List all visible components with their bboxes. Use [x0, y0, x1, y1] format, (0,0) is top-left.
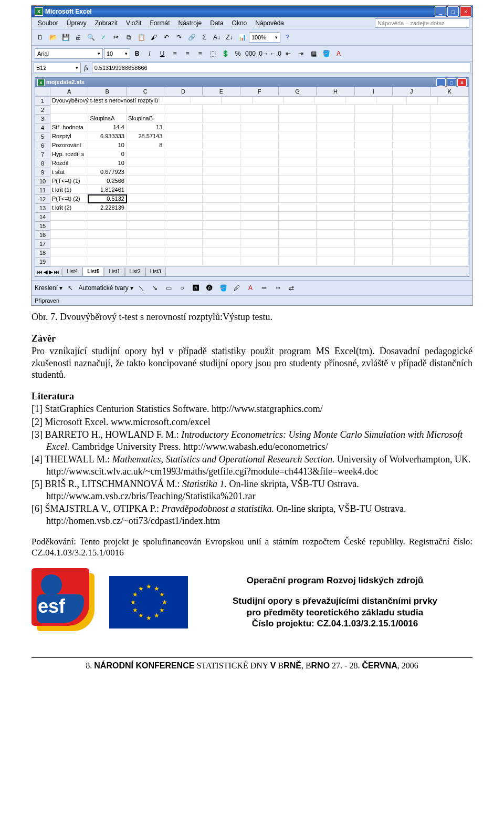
cell[interactable]: [355, 204, 393, 212]
cell[interactable]: [88, 213, 126, 221]
cell[interactable]: [127, 204, 164, 212]
cell[interactable]: [127, 249, 164, 256]
cell[interactable]: [393, 106, 430, 114]
select-icon[interactable]: ↖: [65, 282, 76, 294]
sort-desc-icon[interactable]: Z↓: [224, 32, 235, 43]
rectangle-icon[interactable]: ▭: [163, 282, 174, 294]
cell[interactable]: [164, 213, 202, 221]
col-header-K[interactable]: K: [431, 87, 469, 96]
cell[interactable]: [431, 257, 469, 265]
cell[interactable]: [88, 231, 126, 239]
cell[interactable]: [240, 141, 278, 149]
col-header-J[interactable]: J: [393, 87, 430, 96]
col-header-B[interactable]: B: [88, 87, 126, 96]
autoshapes-menu[interactable]: Automatické tvary ▾: [78, 284, 133, 292]
cell[interactable]: [88, 249, 126, 256]
italic-icon[interactable]: I: [144, 48, 155, 59]
cell[interactable]: [164, 240, 202, 248]
cell[interactable]: [240, 159, 278, 167]
row-header[interactable]: 16: [35, 231, 50, 240]
cell[interactable]: [240, 257, 278, 265]
decrease-decimal-icon[interactable]: ←.0: [270, 48, 281, 59]
cell[interactable]: 10: [88, 159, 126, 167]
cell[interactable]: [431, 204, 469, 212]
cell[interactable]: [50, 222, 88, 230]
cell[interactable]: [160, 97, 191, 105]
cell[interactable]: [355, 257, 393, 265]
cell[interactable]: [317, 213, 354, 221]
cell[interactable]: [240, 106, 278, 114]
spreadsheet-grid[interactable]: 1Dvouvýběrový t-test s nerovností rozpty…: [35, 97, 469, 266]
open-icon[interactable]: 📂: [47, 32, 59, 43]
cell[interactable]: [355, 168, 393, 176]
cell[interactable]: [355, 186, 393, 194]
cell[interactable]: [345, 97, 376, 105]
arrow-style-icon[interactable]: ⇄: [286, 282, 297, 294]
cell[interactable]: [279, 186, 317, 194]
decr-indent-icon[interactable]: ⇤: [282, 48, 294, 59]
cell[interactable]: Rozptyl: [50, 132, 88, 140]
cell[interactable]: [393, 186, 430, 194]
cell[interactable]: [393, 115, 430, 122]
cell[interactable]: [164, 204, 202, 212]
line-style-icon[interactable]: ═: [258, 282, 270, 294]
cell[interactable]: [50, 106, 88, 114]
formula-bar[interactable]: 0.513199988658666: [92, 63, 470, 73]
cell[interactable]: t krit (2): [50, 204, 88, 212]
cell[interactable]: [317, 186, 354, 194]
cell[interactable]: [164, 249, 202, 256]
save-icon[interactable]: 💾: [60, 32, 71, 43]
cell[interactable]: [127, 257, 164, 265]
cell[interactable]: [203, 141, 240, 149]
col-header-A[interactable]: A: [50, 87, 88, 96]
cell[interactable]: [431, 177, 469, 185]
cell[interactable]: [88, 222, 126, 230]
cell[interactable]: 13: [127, 123, 164, 131]
cell[interactable]: [164, 231, 202, 239]
cell[interactable]: [355, 150, 393, 158]
format-painter-icon[interactable]: 🖌: [148, 32, 160, 43]
close-button[interactable]: ×: [460, 6, 471, 17]
cell[interactable]: 0.2566: [88, 177, 126, 185]
font-color-icon[interactable]: A: [333, 48, 344, 59]
cell[interactable]: [355, 222, 393, 230]
cell[interactable]: [393, 204, 430, 212]
cell[interactable]: [88, 106, 126, 114]
cell[interactable]: [279, 168, 317, 176]
dash-style-icon[interactable]: ┅: [272, 282, 284, 294]
spellcheck-icon[interactable]: ✓: [98, 32, 109, 43]
cell[interactable]: [191, 97, 222, 105]
cell[interactable]: [164, 186, 202, 194]
cell[interactable]: [431, 186, 469, 194]
cell[interactable]: [431, 168, 469, 176]
cell[interactable]: [355, 159, 393, 167]
sheet-nav-last-icon[interactable]: ⏭: [54, 269, 59, 275]
increase-decimal-icon[interactable]: .0→: [257, 48, 269, 59]
cell[interactable]: [393, 213, 430, 221]
cell[interactable]: [279, 159, 317, 167]
sheet-nav-prev-icon[interactable]: ◀: [44, 269, 48, 275]
menu-vložit[interactable]: Vložit: [123, 18, 144, 28]
cell[interactable]: [355, 106, 393, 114]
cell[interactable]: [279, 150, 317, 158]
cell[interactable]: [317, 240, 354, 248]
cell[interactable]: [164, 141, 202, 149]
cell[interactable]: [279, 141, 317, 149]
row-header[interactable]: 5: [35, 132, 50, 141]
cell[interactable]: t stat: [50, 168, 88, 176]
paste-icon[interactable]: 📋: [135, 32, 147, 43]
cell[interactable]: [279, 106, 317, 114]
cell[interactable]: [355, 177, 393, 185]
cell[interactable]: [279, 204, 317, 212]
arrow-icon[interactable]: ↘: [149, 282, 161, 294]
cell[interactable]: 8: [127, 141, 164, 149]
cell[interactable]: [317, 106, 354, 114]
row-header[interactable]: 2: [35, 106, 50, 115]
menu-úpravy[interactable]: Úpravy: [64, 18, 90, 28]
col-header-I[interactable]: I: [355, 87, 393, 96]
cell[interactable]: [50, 115, 88, 122]
cell[interactable]: [240, 150, 278, 158]
cell[interactable]: 10: [88, 141, 126, 149]
menu-nástroje[interactable]: Nástroje: [175, 18, 205, 28]
fill-color-icon[interactable]: 🪣: [320, 48, 332, 59]
